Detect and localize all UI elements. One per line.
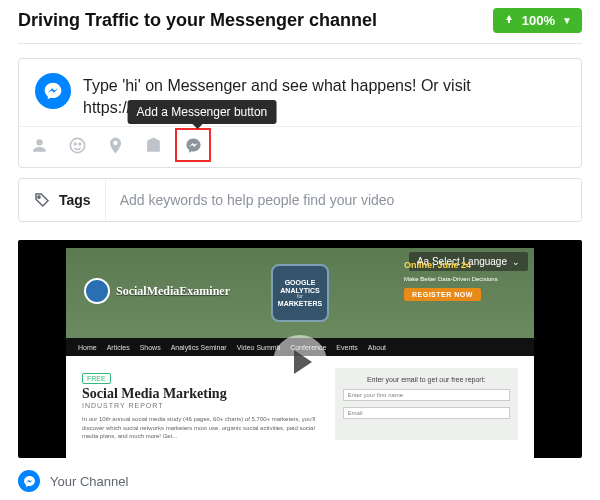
hero-promo: Online! June 24 Make Better Data-Driven …: [404, 260, 524, 301]
chevron-down-icon: ▼: [562, 15, 572, 26]
report-description: In our 10th annual social media study (4…: [82, 415, 317, 440]
site-name: SocialMediaExaminer: [116, 284, 230, 299]
site-logo-icon: [84, 278, 110, 304]
channel-name[interactable]: Your Channel: [50, 474, 128, 489]
play-button[interactable]: [273, 335, 327, 389]
svg-point-3: [38, 196, 40, 198]
page-title: Driving Traffic to your Messenger channe…: [18, 10, 377, 31]
optin-name-field[interactable]: Enter your first name: [343, 389, 511, 401]
nav-item[interactable]: Analytics Seminar: [171, 344, 227, 351]
upload-progress[interactable]: 100% ▼: [493, 8, 582, 33]
optin-email-field[interactable]: Email: [343, 407, 511, 419]
nav-item[interactable]: About: [368, 344, 386, 351]
promo-headline: Online! June 24: [404, 260, 471, 270]
upload-progress-label: 100%: [522, 13, 555, 28]
tags-input[interactable]: [106, 180, 581, 220]
messenger-icon: [35, 73, 71, 109]
promo-cta-button[interactable]: REGISTER NOW: [404, 288, 481, 301]
hero-badge: GOOGLE ANALYTICS for MARKETERS: [271, 264, 329, 322]
nav-item[interactable]: Video Summit: [237, 344, 280, 351]
tags-row: Tags: [18, 178, 582, 222]
emoji-icon[interactable]: [67, 135, 87, 155]
report-subtitle: INDUSTRY REPORT: [82, 402, 317, 409]
nav-item[interactable]: Shows: [140, 344, 161, 351]
tags-label-text: Tags: [59, 192, 91, 208]
upload-icon: [503, 15, 515, 27]
location-icon[interactable]: [105, 135, 125, 155]
messenger-button-tool[interactable]: Add a Messenger button: [175, 128, 211, 162]
composer-card: Type 'hi' on Messenger and see what happ…: [18, 58, 582, 168]
optin-heading: Enter your email to get our free report:: [343, 376, 511, 383]
optin-box: Enter your email to get our free report:…: [335, 368, 519, 440]
messenger-icon: [18, 470, 40, 492]
video-preview[interactable]: Aa Select Language ⌄ SocialMediaExaminer…: [18, 240, 582, 458]
tag-person-icon[interactable]: [29, 135, 49, 155]
poll-icon[interactable]: [143, 135, 163, 155]
divider: [18, 43, 582, 44]
report-title: Social Media Marketing: [82, 386, 317, 402]
composer-toolbar: Add a Messenger button: [19, 126, 581, 167]
nav-item[interactable]: Events: [336, 344, 357, 351]
nav-item[interactable]: Home: [78, 344, 97, 351]
site-brand: SocialMediaExaminer: [84, 278, 230, 304]
svg-point-2: [79, 143, 81, 145]
tag-icon: [33, 191, 51, 209]
svg-point-1: [74, 143, 76, 145]
tooltip: Add a Messenger button: [128, 100, 277, 124]
free-tag: FREE: [82, 373, 111, 384]
nav-item[interactable]: Articles: [107, 344, 130, 351]
svg-point-0: [70, 138, 84, 152]
footer: Your Channel: [0, 462, 600, 500]
tags-label: Tags: [19, 179, 106, 221]
messenger-small-icon: [183, 135, 203, 155]
promo-subtitle: Make Better Data-Driven Decisions: [404, 276, 498, 282]
